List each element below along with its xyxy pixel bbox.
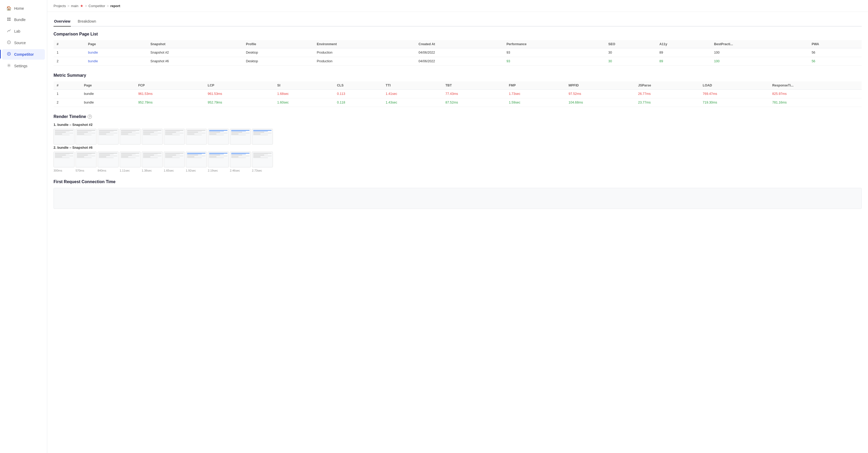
ms-cell-fcp: 952.79ms	[135, 98, 205, 107]
timeline-frame	[98, 129, 119, 144]
ms-cell-load: 769.47ms	[700, 90, 769, 98]
cell-page[interactable]: bundle	[85, 48, 148, 57]
sidebar-item-competitor: Competitor	[0, 49, 47, 60]
col-page: Page	[85, 40, 148, 48]
timeline-scale-label: 1.92sec	[186, 169, 207, 172]
breadcrumb-main[interactable]: main	[71, 4, 79, 8]
timeline-scale-label: 570ms	[75, 169, 97, 172]
ms-cell-fmp: 1.73sec	[506, 90, 565, 98]
cell-pwa: 56	[808, 48, 862, 57]
table-row: 2 bundle Snapshot #6 Desktop Production …	[54, 57, 862, 66]
timeline-frame	[98, 151, 119, 167]
col-a11y: A11y	[656, 40, 711, 48]
table-row: 1 bundle Snapshot #2 Desktop Production …	[54, 48, 862, 57]
timeline-scale-label: 1.38sec	[142, 169, 163, 172]
ms-col-page: Page	[81, 81, 135, 90]
comparison-page-list-title: Comparison Page List	[54, 32, 862, 36]
ms-cell-cls: 0.113	[334, 90, 382, 98]
cell-profile: Desktop	[243, 57, 314, 66]
cell-best-practices: 100	[711, 48, 808, 57]
timeline-scale-label: 2.73sec	[252, 169, 273, 172]
breadcrumb-projects[interactable]: Projects	[54, 4, 66, 8]
table-row: 1 bundle 961.53ms 961.53ms 1.68sec 0.113…	[54, 90, 862, 98]
timeline-frame	[230, 151, 251, 167]
ms-cell-responsetime: 825.97ms	[769, 90, 862, 98]
timeline-scale: 300ms570ms840ms1.11sec1.38sec1.65sec1.92…	[54, 169, 862, 172]
ms-cell-tbt: 77.43ms	[442, 90, 506, 98]
sidebar-item-source: Source	[0, 37, 47, 49]
timeline-scale-label: 1.11sec	[120, 169, 141, 172]
metric-summary-table-wrapper: # Page FCP LCP SI CLS TTI TBT FMP MPFID …	[54, 81, 862, 107]
comparison-page-list-table: # Page Snapshot Profile Environment Crea…	[54, 40, 862, 66]
col-pwa: PWA	[808, 40, 862, 48]
cell-seo: 30	[605, 57, 656, 66]
metric-summary-table: # Page FCP LCP SI CLS TTI TBT FMP MPFID …	[54, 81, 862, 107]
ms-cell-responsetime: 781.16ms	[769, 98, 862, 107]
ms-col-load: LOAD	[700, 81, 769, 90]
ms-cell-num: 1	[54, 90, 81, 98]
tabs: Overview Breakdown	[54, 17, 862, 27]
cell-snapshot: Snapshot #6	[147, 57, 243, 66]
ms-cell-load: 719.30ms	[700, 98, 769, 107]
first-request-chart	[54, 188, 862, 209]
svg-point-7	[8, 65, 10, 66]
first-request-title: First Request Connection Time	[54, 179, 862, 184]
ms-cell-tti: 1.43sec	[382, 98, 442, 107]
ms-cell-mpfid: 104.68ms	[565, 98, 635, 107]
lab-icon	[6, 29, 11, 34]
breadcrumb-competitor[interactable]: Competitor	[88, 4, 105, 8]
cell-page[interactable]: bundle	[85, 57, 148, 66]
ms-cell-cls: 0.118	[334, 98, 382, 107]
timeline-frame	[142, 129, 163, 144]
timeline-frames-1	[54, 129, 862, 144]
home-icon: 🏠	[6, 6, 11, 11]
ms-cell-tti: 1.41sec	[382, 90, 442, 98]
breadcrumb: Projects > main ★ > Competitor > report	[47, 0, 868, 12]
cell-performance: 93	[503, 57, 605, 66]
ms-col-jsparse: JSParse	[635, 81, 700, 90]
ms-cell-jsparse: 26.77ms	[635, 90, 700, 98]
cell-best-practices: 100	[711, 57, 808, 66]
info-icon[interactable]: ?	[88, 115, 92, 119]
ms-col-lcp: LCP	[205, 81, 274, 90]
sidebar-item-home: 🏠 Home	[0, 3, 47, 14]
cell-snapshot: Snapshot #2	[147, 48, 243, 57]
sidebar-item-bundle: Bundle	[0, 14, 47, 26]
timeline-frame	[164, 151, 185, 167]
tab-breakdown[interactable]: Breakdown	[77, 17, 97, 27]
timeline-frame	[186, 129, 207, 144]
ms-col-mpfid: MPFID	[565, 81, 635, 90]
ms-cell-lcp: 961.53ms	[205, 90, 274, 98]
settings-icon	[6, 63, 11, 68]
ms-cell-tbt: 87.52ms	[442, 98, 506, 107]
render-timeline-header: Render Timeline ?	[54, 114, 862, 119]
main-content: Projects > main ★ > Competitor > report …	[47, 0, 868, 453]
cell-profile: Desktop	[243, 48, 314, 57]
cell-performance: 93	[503, 48, 605, 57]
breadcrumb-current: report	[111, 4, 120, 8]
ms-cell-page: bundle	[81, 90, 135, 98]
cell-num: 2	[54, 57, 85, 66]
cell-created-at: 04/06/2022	[415, 57, 503, 66]
cell-created-at: 04/06/2022	[415, 48, 503, 57]
timeline-frame	[252, 129, 273, 144]
timeline-frame	[186, 151, 207, 167]
ms-cell-si: 1.68sec	[274, 90, 334, 98]
timeline-scale-label: 2.46sec	[230, 169, 251, 172]
col-best-practices: BestPracti...	[711, 40, 808, 48]
timeline-row-1: 1. bundle – Snapshot #2	[54, 123, 862, 144]
cell-pwa: 56	[808, 57, 862, 66]
ms-cell-page: bundle	[81, 98, 135, 107]
breadcrumb-star: ★	[80, 4, 84, 8]
cell-a11y: 89	[656, 48, 711, 57]
timeline-frame	[54, 151, 74, 167]
timeline-frame	[252, 151, 273, 167]
ms-col-num: #	[54, 81, 81, 90]
tab-overview[interactable]: Overview	[54, 17, 71, 27]
col-profile: Profile	[243, 40, 314, 48]
ms-cell-jsparse: 23.77ms	[635, 98, 700, 107]
timeline-frame	[142, 151, 163, 167]
ms-cell-fcp: 961.53ms	[135, 90, 205, 98]
timeline-frame	[54, 129, 74, 144]
col-num: #	[54, 40, 85, 48]
